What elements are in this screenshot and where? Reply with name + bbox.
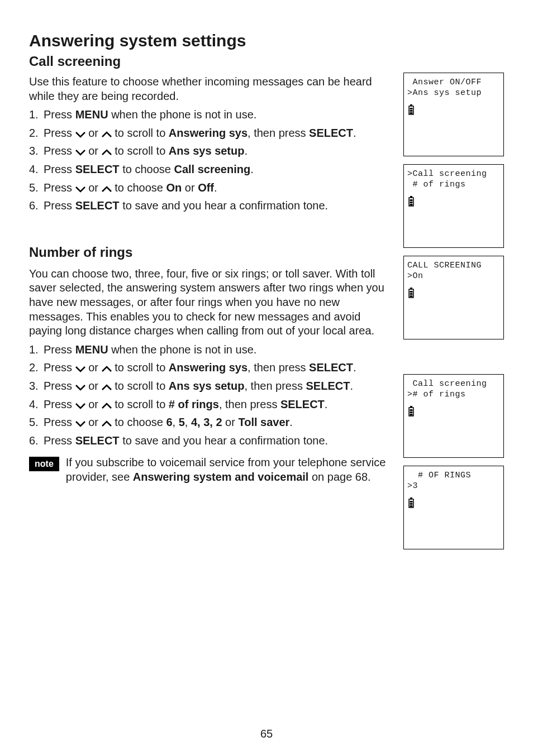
chevron-up-icon	[102, 181, 112, 194]
svg-rect-14	[410, 295, 413, 297]
step-number: 1.	[29, 343, 44, 357]
list-item: 5. Press or to choose On or Off.	[29, 181, 392, 195]
list-item: 4. Press or to scroll to # of rings, the…	[29, 398, 359, 412]
chevron-up-icon	[102, 361, 112, 374]
section-heading-call-screening: Call screening	[29, 54, 504, 69]
step-text: Press or to scroll to # of rings, then p…	[44, 398, 327, 412]
step-number: 1.	[29, 108, 44, 122]
svg-rect-12	[410, 291, 413, 293]
step-number: 5.	[29, 181, 44, 195]
chevron-up-icon	[102, 127, 112, 139]
lcd-screen: Call screening ># of rings	[403, 374, 504, 458]
svg-rect-1	[410, 104, 412, 106]
list-item: 2. Press or to scroll to Answering sys, …	[29, 361, 359, 375]
svg-rect-18	[410, 412, 413, 413]
list-item: 2. Press or to scroll to Answering sys, …	[29, 126, 392, 141]
chevron-up-icon	[102, 416, 112, 428]
chevron-down-icon	[75, 380, 85, 392]
step-number: 2.	[29, 126, 44, 141]
lcd-line: # OF RINGS	[407, 471, 500, 481]
number-of-rings-intro: You can choose two, three, four, five or…	[29, 267, 392, 338]
chevron-down-icon	[75, 361, 85, 374]
svg-rect-6	[410, 196, 412, 198]
svg-rect-2	[410, 108, 413, 109]
page-number: 65	[0, 728, 533, 740]
lcd-line: Call screening	[407, 379, 500, 390]
lcd-screen: CALL SCREENING >On	[403, 256, 504, 339]
lcd-line: CALL SCREENING	[407, 261, 500, 271]
step-number: 4.	[29, 398, 44, 412]
step-number: 4.	[29, 162, 44, 177]
list-item: 1. Press MENU when the phone is not in u…	[29, 343, 359, 357]
list-item: 6. Press SELECT to save and you hear a c…	[29, 199, 392, 213]
note-badge: note	[29, 457, 59, 471]
battery-icon	[407, 497, 415, 513]
svg-rect-17	[410, 409, 413, 411]
chevron-down-icon	[75, 398, 85, 410]
step-text: Press or to choose On or Off.	[44, 181, 217, 195]
step-number: 6.	[29, 199, 44, 213]
svg-rect-21	[410, 497, 412, 499]
step-text: Press or to scroll to Ans sys setup, the…	[44, 379, 353, 394]
svg-rect-8	[410, 202, 413, 203]
battery-icon	[407, 196, 415, 211]
svg-rect-11	[410, 288, 412, 289]
chevron-up-icon	[102, 380, 112, 392]
lcd-line: >Call screening	[407, 169, 500, 180]
list-item: 3. Press or to scroll to Ans sys setup, …	[29, 379, 359, 394]
number-of-rings-steps: 1. Press MENU when the phone is not in u…	[29, 343, 359, 448]
svg-rect-24	[410, 505, 413, 507]
chevron-down-icon	[75, 145, 85, 157]
step-text: Press or to choose 6, 5, 4, 3, 2 or Toll…	[44, 415, 293, 430]
svg-rect-9	[410, 204, 413, 205]
step-number: 2.	[29, 361, 44, 375]
step-number: 3.	[29, 379, 44, 394]
lcd-screen: Answer ON/OFF >Ans sys setup	[403, 73, 504, 156]
svg-rect-7	[410, 199, 413, 201]
call-screening-intro: Use this feature to choose whether incom…	[29, 75, 392, 103]
chevron-down-icon	[75, 416, 85, 428]
svg-rect-3	[410, 110, 413, 112]
battery-icon	[407, 406, 415, 421]
step-text: Press MENU when the phone is not in use.	[44, 108, 256, 122]
svg-rect-23	[410, 503, 413, 505]
chevron-down-icon	[75, 181, 85, 194]
svg-rect-22	[410, 501, 413, 503]
lcd-line: >3	[407, 481, 500, 492]
svg-rect-13	[410, 293, 413, 295]
lcd-line: ># of rings	[407, 390, 500, 400]
svg-rect-16	[410, 406, 412, 408]
lcd-line: Answer ON/OFF	[407, 78, 500, 88]
step-number: 3.	[29, 144, 44, 159]
list-item: 3. Press or to scroll to Ans sys setup.	[29, 144, 392, 159]
lcd-line: # of rings	[407, 180, 500, 190]
list-item: 6. Press SELECT to save and you hear a c…	[29, 434, 359, 448]
lcd-screen: >Call screening # of rings	[403, 164, 504, 248]
step-text: Press or to scroll to Answering sys, the…	[44, 361, 356, 375]
step-number: 6.	[29, 434, 44, 448]
step-text: Press SELECT to choose Call screening.	[44, 162, 254, 177]
battery-icon	[407, 288, 415, 303]
list-item: 1. Press MENU when the phone is not in u…	[29, 108, 392, 122]
step-text: Press MENU when the phone is not in use.	[44, 343, 256, 357]
note-text: If you subscribe to voicemail service fr…	[66, 456, 392, 484]
step-text: Press SELECT to save and you hear a conf…	[44, 434, 328, 448]
step-number: 5.	[29, 415, 44, 430]
list-item: 4. Press SELECT to choose Call screening…	[29, 162, 392, 177]
battery-icon	[407, 104, 415, 119]
lcd-line: >Ans sys setup	[407, 88, 500, 99]
call-screening-steps: 1. Press MENU when the phone is not in u…	[29, 108, 392, 213]
lcd-line: >On	[407, 271, 500, 282]
chevron-up-icon	[102, 145, 112, 157]
svg-rect-19	[410, 414, 413, 415]
lcd-screen: # OF RINGS >3	[403, 466, 504, 549]
chevron-down-icon	[75, 127, 85, 139]
page-title: Answering system settings	[29, 31, 504, 50]
chevron-up-icon	[102, 398, 112, 410]
list-item: 5. Press or to choose 6, 5, 4, 3, 2 or T…	[29, 415, 359, 430]
step-text: Press or to scroll to Answering sys, the…	[44, 126, 356, 141]
note-block: note If you subscribe to voicemail servi…	[29, 456, 392, 484]
svg-rect-4	[410, 112, 413, 114]
step-text: Press or to scroll to Ans sys setup.	[44, 144, 248, 159]
step-text: Press SELECT to save and you hear a conf…	[44, 199, 328, 213]
